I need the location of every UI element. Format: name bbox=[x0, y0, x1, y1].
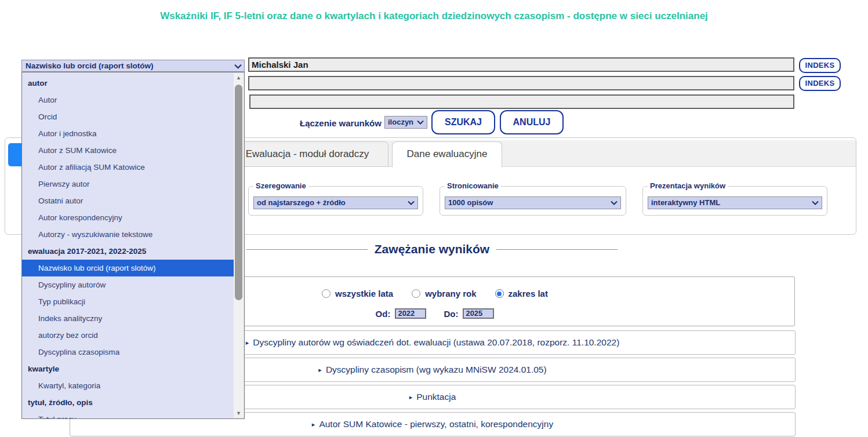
heading-line-right bbox=[496, 249, 618, 250]
radio-wybrany-rok[interactable]: wybrany rok bbox=[412, 289, 476, 298]
dropdown-group-kwartyle: kwartyle bbox=[22, 360, 235, 377]
field-type-dropdown-list: autor Autor Orcid Autor i jednostka Auto… bbox=[21, 72, 245, 419]
radio-label: wszystkie lata bbox=[335, 289, 393, 298]
scroll-up-icon[interactable]: ▲ bbox=[234, 73, 244, 82]
dropdown-option[interactable]: Autor z afiliacją SUM Katowice bbox=[22, 159, 235, 176]
narrowing-heading-text: Zawężanie wyników bbox=[375, 242, 489, 256]
join-conditions-select[interactable]: iloczyn bbox=[384, 116, 427, 129]
dropdown-option[interactable]: Indeks analityczny bbox=[22, 310, 235, 327]
szeregowanie-select[interactable]: od najstarszego + źródło bbox=[253, 196, 418, 209]
prezentacja-fieldset: Prezentacja wyników interaktywny HTML bbox=[642, 186, 827, 216]
anuluj-button[interactable]: ANULUJ bbox=[500, 110, 564, 134]
dropdown-option[interactable]: Autor i jednostka bbox=[22, 125, 235, 142]
dropdown-group-tytul: tytuł, źródło, opis bbox=[22, 394, 235, 411]
search-term-input-2[interactable] bbox=[248, 76, 794, 90]
search-term-input-1[interactable]: Michalski Jan bbox=[248, 57, 794, 72]
chevron-down-icon bbox=[408, 201, 415, 205]
field-type-select-value: Nazwisko lub orcid (raport slotów) bbox=[26, 61, 154, 70]
do-label: Do: bbox=[444, 309, 458, 319]
chevron-down-icon bbox=[234, 64, 241, 68]
tab-dane-ewaluacyjne[interactable]: Dane ewaluacyjne bbox=[392, 141, 502, 167]
page-title: Wskaźniki IF, IF 5-letni oraz dane o kwa… bbox=[0, 10, 868, 22]
collapse-arrow-icon: ▸ bbox=[318, 367, 322, 373]
indeks-button-2[interactable]: INDEKS bbox=[799, 76, 841, 91]
section-label: Dyscypliny czasopism (wg wykazu MNiSW 20… bbox=[326, 365, 547, 375]
year-radio-row: wszystkie lata wybrany rok zakres lat bbox=[244, 289, 626, 298]
prezentacja-select[interactable]: interaktywny HTML bbox=[648, 196, 822, 209]
chevron-down-icon bbox=[611, 201, 618, 205]
join-select-value: iloczyn bbox=[388, 118, 413, 126]
section-label: Punktacja bbox=[416, 392, 456, 402]
narrowing-heading: Zawężanie wyników bbox=[246, 242, 618, 257]
szeregowanie-fieldset: Szeregowanie od najstarszego + źródło bbox=[248, 186, 423, 216]
heading-line-left bbox=[246, 249, 368, 250]
radio-wszystkie-lata[interactable]: wszystkie lata bbox=[322, 289, 393, 298]
od-label: Od: bbox=[376, 309, 391, 319]
collapse-arrow-icon: ▸ bbox=[246, 340, 249, 346]
dropdown-option[interactable]: Dyscyplina czasopisma bbox=[22, 344, 235, 360]
prezentacja-value: interaktywny HTML bbox=[651, 198, 720, 207]
radio-checked-icon[interactable] bbox=[495, 289, 504, 298]
dropdown-option[interactable]: Orcid bbox=[22, 108, 235, 125]
stronicowanie-fieldset: Stronicowanie 1000 opisów bbox=[440, 186, 626, 216]
radio-circle-icon[interactable] bbox=[322, 289, 331, 298]
stronicowanie-value: 1000 opisów bbox=[448, 198, 493, 207]
collapse-arrow-icon: ▸ bbox=[312, 421, 315, 428]
field-type-select[interactable]: Nazwisko lub orcid (raport slotów) bbox=[21, 60, 245, 72]
scroll-down-icon[interactable]: ▼ bbox=[234, 409, 244, 418]
stronicowanie-legend: Stronicowanie bbox=[445, 181, 501, 190]
year-filter-box: wszystkie lata wybrany rok zakres lat Od… bbox=[243, 276, 795, 326]
radio-zakres-lat[interactable]: zakres lat bbox=[495, 289, 548, 298]
szeregowanie-legend: Szeregowanie bbox=[253, 181, 308, 190]
tab-ewaluacja-modul-doradczy[interactable]: Ewaluacja - moduł doradczy bbox=[226, 141, 388, 167]
section-label: Dyscypliny autorów wg oświadczeń dot. ew… bbox=[253, 337, 619, 348]
dropdown-group-ewaluacja: ewaluacja 2017-2021, 2022-2025 bbox=[22, 243, 235, 260]
dropdown-option[interactable]: Autor korespondencyjny bbox=[22, 209, 235, 226]
dropdown-scrollbar[interactable]: ▲ ▼ bbox=[234, 73, 244, 418]
dropdown-group-autor: autor bbox=[22, 75, 235, 92]
collapse-arrow-icon: ▸ bbox=[409, 394, 413, 400]
year-range-row: Od: 2022 Do: 2025 bbox=[244, 308, 626, 319]
scrollbar-thumb[interactable] bbox=[235, 85, 242, 300]
chevron-down-icon bbox=[417, 120, 424, 125]
section-label: Autor SUM Katowice - pierwszy, ostatni, … bbox=[319, 419, 553, 429]
dropdown-option[interactable]: Autor z SUM Katowice bbox=[22, 142, 235, 159]
dropdown-option[interactable]: Dyscypliny autorów bbox=[22, 276, 235, 293]
stronicowanie-select[interactable]: 1000 opisów bbox=[445, 196, 621, 209]
radio-circle-icon[interactable] bbox=[412, 289, 420, 298]
dropdown-option[interactable]: Kwartyl, kategoria bbox=[22, 377, 235, 394]
dropdown-option[interactable]: Tytuł pracy bbox=[22, 411, 235, 419]
join-conditions-label: Łączenie warunków bbox=[300, 118, 382, 128]
dropdown-option[interactable]: autorzy bez orcid bbox=[22, 327, 235, 344]
chevron-down-icon bbox=[812, 201, 819, 205]
dropdown-option[interactable]: Autorzy - wyszukiwanie tekstowe bbox=[22, 226, 235, 243]
dropdown-option[interactable]: Typ publikacji bbox=[22, 293, 235, 310]
dropdown-option[interactable]: Ostatni autor bbox=[22, 192, 235, 209]
dropdown-option-selected[interactable]: Nazwisko lub orcid (raport slotów) bbox=[22, 260, 235, 276]
dropdown-option[interactable]: Autor bbox=[22, 92, 235, 108]
szukaj-button[interactable]: SZUKAJ bbox=[431, 110, 495, 134]
search-term-input-3[interactable] bbox=[249, 94, 794, 109]
indeks-button-1[interactable]: INDEKS bbox=[799, 58, 841, 73]
szeregowanie-value: od najstarszego + źródło bbox=[257, 198, 346, 207]
dropdown-option[interactable]: Pierwszy autor bbox=[22, 176, 235, 192]
radio-label: wybrany rok bbox=[425, 289, 476, 298]
year-from-input[interactable]: 2022 bbox=[395, 308, 426, 319]
year-to-input[interactable]: 2025 bbox=[463, 308, 494, 319]
radio-label: zakres lat bbox=[509, 289, 548, 298]
prezentacja-legend: Prezentacja wyników bbox=[648, 181, 728, 190]
